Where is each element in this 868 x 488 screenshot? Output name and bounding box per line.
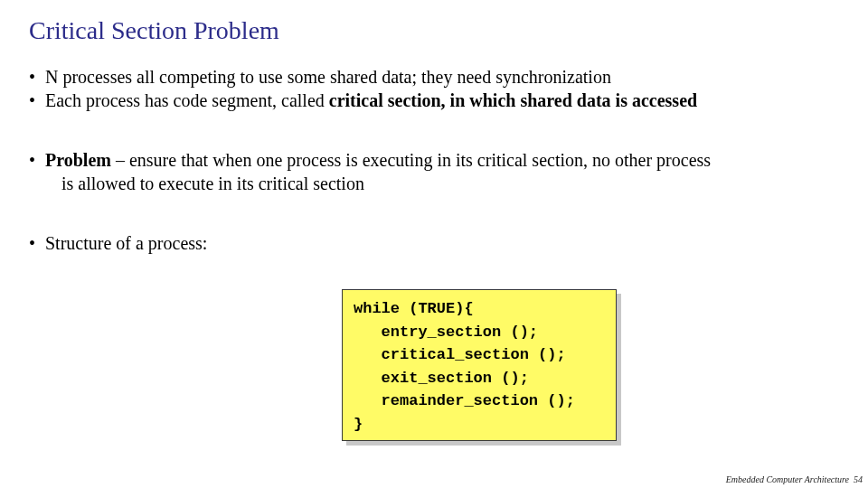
bullet-text: is allowed to execute in its critical se… [45,172,839,195]
bullet-bold: Problem [45,150,111,170]
code-line: exit_section (); [354,370,529,387]
bullet-bold: critical section, in which shared data i… [329,90,697,110]
bullet-text: N processes all competing to use some sh… [45,67,611,87]
slide-title: Critical Section Problem [29,16,839,45]
code-line: remainder_section (); [354,392,575,409]
bullet-text: Structure of a process: [45,233,207,253]
slide: Critical Section Problem N processes all… [0,0,868,488]
bullet-item: Problem – ensure that when one process i… [29,148,839,195]
bullet-list: Problem – ensure that when one process i… [29,148,839,195]
code-line: critical_section (); [354,346,566,363]
bullet-text: Each process has code segment, called [45,90,329,110]
bullet-text: – ensure that when one process is execut… [111,150,711,170]
bullet-list: Structure of a process: [29,231,839,255]
code-box: while (TRUE){ entry_section (); critical… [342,289,617,441]
code-line: entry_section (); [354,324,538,341]
spacer [29,195,839,231]
page-number: 54 [854,474,863,484]
bullet-list: N processes all competing to use some sh… [29,65,839,112]
bullet-item: Structure of a process: [29,231,839,255]
bullet-item: Each process has code segment, called cr… [29,89,839,112]
code-line: while (TRUE){ [354,300,474,317]
footer: Embedded Computer Architecture 54 [726,474,863,484]
spacer [29,112,839,148]
code-block: while (TRUE){ entry_section (); critical… [342,289,617,441]
bullet-item: N processes all competing to use some sh… [29,65,839,89]
footer-text: Embedded Computer Architecture [726,474,849,484]
code-line: } [354,416,363,433]
